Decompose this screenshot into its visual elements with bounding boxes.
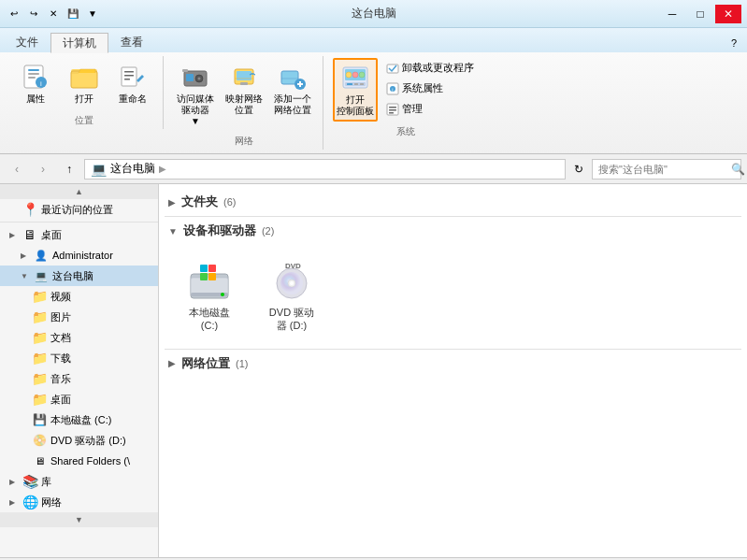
title-bar: ↩ ↪ ✕ 💾 ▼ 这台电脑 ─ □ ✕ — [0, 0, 747, 28]
sidebar: ▲ 📍 最近访问的位置 ▶ 🖥 桌面 ▶ 👤 Administrator ▼ 💻… — [0, 184, 159, 557]
sidebar-item-music[interactable]: 📁 音乐 — [0, 368, 158, 389]
music-label: 音乐 — [50, 372, 71, 386]
sidebar-item-library[interactable]: ▶ 📚 库 — [0, 471, 158, 492]
svg-text:i: i — [392, 87, 393, 93]
path-icon: 💻 — [91, 162, 107, 177]
desktop-icon: 🖥 — [22, 227, 37, 242]
sidebar-item-dvd[interactable]: 📀 DVD 驱动器 (D:) — [0, 430, 158, 451]
search-input[interactable] — [598, 164, 727, 175]
address-bar: ‹ › ↑ 💻 这台电脑 ▶ ↻ 🔍 — [0, 154, 747, 184]
recent-label: 最近访问的位置 — [41, 203, 113, 217]
expand-arrow-desktop: ▶ — [9, 231, 19, 239]
tab-view[interactable]: 查看 — [108, 32, 155, 52]
ribbon-btn-manage[interactable]: 管理 — [381, 99, 479, 119]
section-network: ▶ 网络位置 (1) — [165, 352, 741, 376]
quick-access-dropdown[interactable]: ▼ — [84, 6, 101, 22]
svg-rect-44 — [200, 273, 208, 280]
sidebar-item-shared[interactable]: 🖥 Shared Folders (\ — [0, 451, 158, 471]
downloads-icon: 📁 — [32, 351, 47, 366]
sidebar-item-administrator[interactable]: ▶ 👤 Administrator — [0, 245, 158, 266]
sidebar-item-recent[interactable]: 📍 最近访问的位置 — [0, 199, 158, 220]
ribbon-help-btn[interactable]: ? — [725, 34, 743, 52]
search-box[interactable]: 🔍 — [592, 159, 741, 179]
network-section-arrow: ▶ — [168, 358, 176, 368]
ribbon-btn-media[interactable]: 访问媒体驱动器 ▼ — [173, 58, 218, 131]
quick-access-btn-1[interactable]: ↩ — [6, 6, 22, 22]
local-disk-label: 本地磁盘 (C:) — [50, 413, 111, 427]
section-devices-header[interactable]: ▼ 设备和驱动器 (2) — [165, 219, 741, 243]
scroll-up-btn[interactable]: ▲ — [0, 184, 158, 199]
open-label: 打开 — [75, 93, 93, 105]
group-label-system: 系统 — [396, 123, 415, 138]
sidebar-item-network[interactable]: ▶ 🌐 网络 — [0, 492, 158, 512]
ribbon-group-location: i 属性 打开 — [6, 56, 164, 129]
svg-rect-38 — [389, 112, 394, 114]
manage-icon — [386, 103, 399, 116]
control-panel-icon — [340, 63, 370, 93]
expand-arrow-network: ▶ — [9, 498, 19, 507]
sidebar-item-desktop[interactable]: ▶ 🖥 桌面 — [0, 224, 158, 245]
sys-props-label: 系统属性 — [402, 81, 443, 95]
address-path[interactable]: 💻 这台电脑 ▶ — [84, 159, 566, 179]
dvd-icon: 📀 — [32, 433, 47, 448]
ribbon-btn-control-panel[interactable]: 打开控制面板 — [333, 58, 378, 122]
tab-computer[interactable]: 计算机 — [50, 33, 108, 53]
quick-access-btn-4[interactable]: 💾 — [65, 6, 81, 22]
devices-grid: 本地磁盘 (C:) DVD — [165, 243, 741, 347]
forward-button[interactable]: › — [32, 158, 54, 180]
svg-rect-1 — [28, 69, 39, 71]
up-button[interactable]: ↑ — [58, 158, 80, 180]
svg-rect-16 — [182, 69, 188, 72]
ribbon-btn-properties[interactable]: i 属性 — [13, 58, 58, 108]
desktop2-label: 桌面 — [50, 393, 71, 407]
back-button[interactable]: ‹ — [6, 158, 28, 180]
quick-access-btn-3[interactable]: ✕ — [45, 6, 62, 22]
close-button[interactable]: ✕ — [715, 5, 741, 23]
quick-access-btn-2[interactable]: ↪ — [25, 6, 42, 22]
svg-text:i: i — [40, 79, 42, 88]
ribbon-btn-open[interactable]: 打开 — [62, 58, 107, 108]
group-label-network: 网络 — [235, 133, 253, 148]
sidebar-item-pictures[interactable]: 📁 图片 — [0, 307, 158, 327]
sidebar-item-downloads[interactable]: 📁 下载 — [0, 348, 158, 368]
sidebar-item-desktop2[interactable]: 📁 桌面 — [0, 389, 158, 409]
svg-point-15 — [198, 78, 201, 80]
folders-title: 文件夹 — [181, 194, 218, 210]
group-label-location: 位置 — [75, 112, 93, 127]
devices-divider — [165, 349, 741, 350]
refresh-button[interactable]: ↻ — [569, 160, 588, 179]
svg-rect-37 — [389, 109, 396, 111]
grid-item-local-disk[interactable]: 本地磁盘 (C:) — [172, 251, 247, 339]
svg-rect-2 — [28, 73, 39, 75]
section-network-header[interactable]: ▶ 网络位置 (1) — [165, 352, 741, 376]
minimize-button[interactable]: ─ — [659, 5, 685, 23]
ribbon-btn-uninstall[interactable]: 卸载或更改程序 — [381, 58, 479, 78]
svg-rect-42 — [200, 265, 208, 272]
sidebar-item-videos[interactable]: 📁 视频 — [0, 286, 158, 307]
library-label: 库 — [41, 475, 51, 489]
ribbon-tabs: 文件 计算机 查看 ? — [0, 28, 747, 52]
ribbon-small-group-system: 卸载或更改程序 i 系统属性 — [381, 58, 479, 119]
ribbon-content: i 属性 打开 — [0, 52, 747, 154]
pictures-icon: 📁 — [32, 309, 47, 324]
ribbon-btn-rename[interactable]: 重命名 — [110, 58, 155, 108]
admin-icon: 👤 — [34, 248, 49, 263]
sidebar-item-documents[interactable]: 📁 文档 — [0, 327, 158, 348]
expand-arrow-library: ▶ — [9, 478, 19, 486]
ribbon-btn-map[interactable]: 映射网络位置 — [222, 58, 266, 120]
grid-item-dvd-drive[interactable]: DVD DVD 驱动 器 (D: — [254, 251, 329, 339]
network-section-title: 网络位置 — [181, 355, 230, 372]
scroll-down-btn[interactable]: ▼ — [0, 512, 158, 527]
network-label: 网络 — [41, 495, 62, 510]
downloads-label: 下载 — [50, 352, 71, 366]
maximize-button[interactable]: □ — [687, 5, 713, 23]
videos-icon: 📁 — [32, 289, 47, 304]
ribbon-btn-add-network[interactable]: 添加一个网络位置 — [270, 58, 315, 120]
section-folders-header[interactable]: ▶ 文件夹 (6) — [165, 190, 741, 214]
sidebar-item-local-disk[interactable]: 💾 本地磁盘 (C:) — [0, 409, 158, 430]
ribbon-btn-sys-properties[interactable]: i 系统属性 — [381, 79, 479, 98]
add-network-icon — [278, 62, 308, 92]
tab-file[interactable]: 文件 — [4, 32, 50, 52]
properties-label: 属性 — [26, 93, 45, 105]
sidebar-item-this-pc[interactable]: ▼ 💻 这台电脑 — [0, 266, 158, 286]
